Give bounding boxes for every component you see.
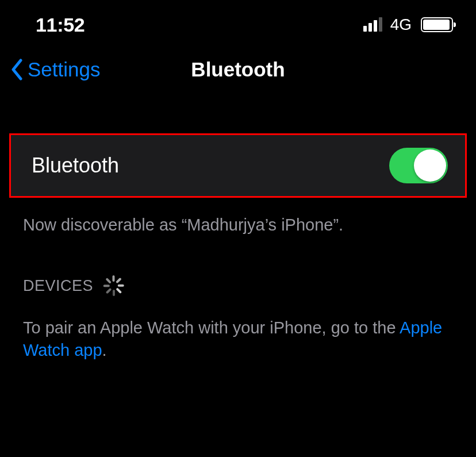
navigation-bar: Settings Bluetooth — [0, 46, 476, 98]
pairing-text-prefix: To pair an Apple Watch with your iPhone,… — [23, 318, 400, 337]
page-title: Bluetooth — [191, 58, 285, 81]
network-type: 4G — [390, 16, 412, 34]
status-right: 4G — [363, 16, 453, 34]
toggle-knob — [414, 149, 446, 182]
devices-label: DEVICES — [23, 277, 93, 295]
battery-icon — [421, 17, 453, 32]
discoverable-text: Now discoverable as “Madhurjya’s iPhone”… — [0, 198, 476, 241]
bluetooth-label: Bluetooth — [32, 153, 119, 178]
back-label: Settings — [28, 58, 100, 81]
bluetooth-toggle[interactable] — [389, 148, 448, 183]
pairing-text-suffix: . — [102, 341, 107, 359]
signal-icon — [363, 18, 382, 32]
status-bar: 11:52 4G — [0, 0, 476, 46]
status-time: 11:52 — [36, 14, 85, 36]
chevron-left-icon — [10, 59, 23, 80]
spinner-icon — [103, 275, 124, 296]
back-button[interactable]: Settings — [10, 58, 100, 81]
devices-section-header: DEVICES — [0, 241, 476, 302]
content-area: Bluetooth Now discoverable as “Madhurjya… — [0, 98, 476, 362]
pairing-instruction: To pair an Apple Watch with your iPhone,… — [0, 302, 476, 362]
bluetooth-toggle-row[interactable]: Bluetooth — [9, 133, 467, 198]
